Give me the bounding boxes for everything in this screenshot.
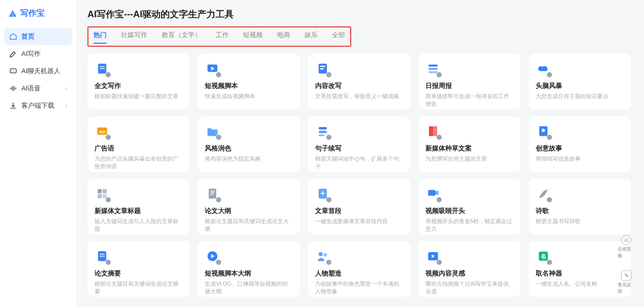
chat-icon — [9, 67, 17, 75]
card-desc: 一键生成人名、公司名称 — [536, 280, 624, 288]
tab-6[interactable]: 娱乐 — [304, 30, 318, 41]
sidebar-item-2[interactable]: AI聊天机器人 — [4, 63, 72, 80]
category-tabs: 热门社媒写作教育（文学）工作短视频电商娱乐全部 — [87, 26, 351, 47]
card-title: 论文大纲 — [205, 206, 293, 216]
template-card-6[interactable]: 风格润色将内容润色为指定风格 — [198, 116, 300, 172]
template-card-1[interactable]: 短视频脚本快速生成短视频脚本 — [198, 54, 300, 109]
svg-text:名: 名 — [540, 253, 546, 259]
template-card-19[interactable]: 名取名神器一键生成人名、公司名称 — [529, 241, 631, 297]
customer-service-label: 在线客服 — [618, 246, 635, 259]
customer-service-button[interactable]: ☺ 在线客服 — [618, 232, 635, 262]
card-title: 视频内容灵感 — [425, 269, 513, 278]
template-card-17[interactable]: 人物塑造为你故事中的角色塑造一个丰满的人物形象 — [308, 241, 410, 297]
card-icon — [315, 186, 330, 201]
home-icon — [9, 33, 17, 41]
card-icon: 名 — [536, 249, 551, 264]
card-title: 句子续写 — [315, 144, 403, 153]
tab-1[interactable]: 社媒写作 — [121, 30, 147, 41]
brand-name: 写作宝 — [20, 8, 45, 19]
card-title: 全文写作 — [95, 81, 182, 90]
card-desc: 文章按需改写，保留原义一键成稿 — [315, 93, 403, 100]
svg-rect-29 — [210, 193, 214, 194]
template-card-18[interactable]: 视频内容灵感哪些点拍视频？让AI写作宝来提供灵感 — [418, 241, 520, 297]
template-card-5[interactable]: AD广告语为您的产品头脑风暴出有创意的广告宣传语 — [87, 116, 190, 172]
tab-0[interactable]: 热门 — [94, 30, 107, 41]
card-icon — [205, 61, 220, 76]
template-card-12[interactable]: 文章首段一键生成新媒体文章首段内容 — [308, 179, 410, 234]
svg-rect-13 — [428, 71, 438, 73]
card-icon — [315, 249, 330, 264]
svg-rect-26 — [103, 194, 107, 198]
sidebar-item-label: AI写作 — [21, 49, 41, 58]
sidebar-item-label: AI聊天机器人 — [21, 67, 60, 76]
sidebar-item-4[interactable]: 客户端下载› — [4, 97, 72, 114]
svg-rect-25 — [98, 194, 102, 198]
chevron-right-icon: › — [65, 102, 67, 109]
svg-rect-12 — [428, 68, 438, 70]
svg-rect-23 — [98, 189, 102, 193]
card-desc: 为您的产品头脑风暴出有创意的广告宣传语 — [95, 155, 182, 171]
sidebar-item-1[interactable]: AI写作 — [4, 45, 72, 63]
tab-3[interactable]: 工作 — [216, 30, 229, 41]
svg-point-22 — [542, 129, 545, 132]
tab-7[interactable]: 全部 — [332, 30, 345, 41]
template-card-0[interactable]: 全文写作根据标题快速创建一篇完整的文章 — [87, 54, 190, 109]
tab-4[interactable]: 短视频 — [243, 30, 263, 41]
template-card-7[interactable]: 句子续写根据关键词或中心句，扩展多个句子 — [308, 116, 410, 172]
card-desc: 简单描述即可生成一份详实的工作报告 — [425, 93, 513, 108]
template-card-14[interactable]: 诗歌根据主题书写诗歌 — [529, 179, 631, 234]
template-card-11[interactable]: 论文大纲根据论文题目和关键词生成论文大纲 — [198, 179, 300, 234]
card-icon — [205, 124, 220, 139]
card-desc: 根据主题书写诗歌 — [536, 218, 624, 225]
template-card-9[interactable]: 创意故事帮你续写创意故事 — [529, 116, 631, 172]
svg-rect-32 — [428, 190, 436, 196]
sidebar-item-3[interactable]: AI语音› — [4, 80, 72, 97]
template-grid: 全文写作根据标题快速创建一篇完整的文章短视频脚本快速生成短视频脚本内容改写文章按… — [87, 54, 633, 297]
card-title: 诗歌 — [536, 206, 624, 216]
card-title: 人物塑造 — [315, 269, 403, 278]
svg-rect-30 — [210, 194, 213, 195]
svg-point-3 — [14, 71, 15, 71]
feedback-button[interactable]: ✎ 意见反馈 — [618, 267, 635, 298]
feedback-label: 意见反馈 — [618, 282, 635, 295]
template-card-4[interactable]: 头脑风暴为您生成任何主题的知识要点 — [529, 54, 631, 109]
card-title: 短视频脚本大纲 — [205, 269, 293, 278]
svg-point-37 — [319, 252, 323, 256]
template-card-8[interactable]: 新媒体种草文案为您撰写任何主题的文章 — [418, 116, 520, 172]
card-desc: 为你故事中的角色塑造一个丰满的人物形象 — [315, 280, 403, 296]
sidebar-item-0[interactable]: 首页 — [4, 28, 72, 45]
card-icon — [425, 124, 441, 139]
template-card-16[interactable]: 短视频脚本大纲生成VLOG、口播稿等短视频的拍摄大纲 — [198, 241, 300, 297]
card-title: 创意故事 — [536, 144, 624, 153]
template-card-13[interactable]: 视频吸睛开头用视频开头的黄金5秒，锁定观众注意力 — [418, 179, 520, 234]
card-icon — [95, 61, 110, 76]
svg-rect-5 — [100, 66, 105, 67]
card-desc: 帮你续写创意故事 — [536, 155, 624, 163]
sidebar-item-label: AI语音 — [21, 84, 41, 93]
card-desc: 哪些点拍视频？让AI写作宝来提供灵感 — [425, 280, 513, 296]
chevron-right-icon: › — [65, 85, 67, 92]
template-card-3[interactable]: 日报周报简单描述即可生成一份详实的工作报告 — [418, 54, 520, 109]
card-desc: 根据论文题目和关键词生成论文大纲 — [205, 218, 293, 233]
card-title: 短视频脚本 — [205, 81, 293, 90]
note-icon: ✎ — [621, 270, 631, 281]
floating-actions: ☺ 在线客服 ✎ 意见反馈 — [618, 232, 635, 298]
card-title: 内容改写 — [315, 81, 403, 90]
template-card-10[interactable]: 新媒体文章标题输入关键词生成引人入胜的文章标题 — [87, 179, 190, 234]
card-title: 取名神器 — [536, 269, 624, 278]
card-icon: AD — [95, 124, 110, 139]
tab-5[interactable]: 电商 — [277, 30, 290, 41]
svg-rect-10 — [320, 68, 324, 69]
template-card-15[interactable]: 论文摘要根据论文题目和关键词生成论文摘要 — [87, 241, 190, 297]
card-desc: 生成VLOG、口播稿等短视频的拍摄大纲 — [205, 280, 293, 296]
svg-text:AD: AD — [99, 130, 105, 134]
tab-2[interactable]: 教育（文学） — [162, 30, 201, 41]
card-icon — [536, 61, 551, 76]
sidebar: 写作宝 首页AI写作AI聊天机器人AI语音›客户端下载› — [0, 0, 76, 307]
template-card-2[interactable]: 内容改写文章按需改写，保留原义一键成稿 — [308, 54, 410, 109]
card-title: 新媒体文章标题 — [95, 206, 182, 216]
card-desc: 输入关键词生成引人入胜的文章标题 — [95, 218, 182, 233]
card-icon — [315, 61, 330, 76]
card-desc: 将内容润色为指定风格 — [205, 155, 293, 163]
card-title: 论文摘要 — [95, 269, 182, 278]
